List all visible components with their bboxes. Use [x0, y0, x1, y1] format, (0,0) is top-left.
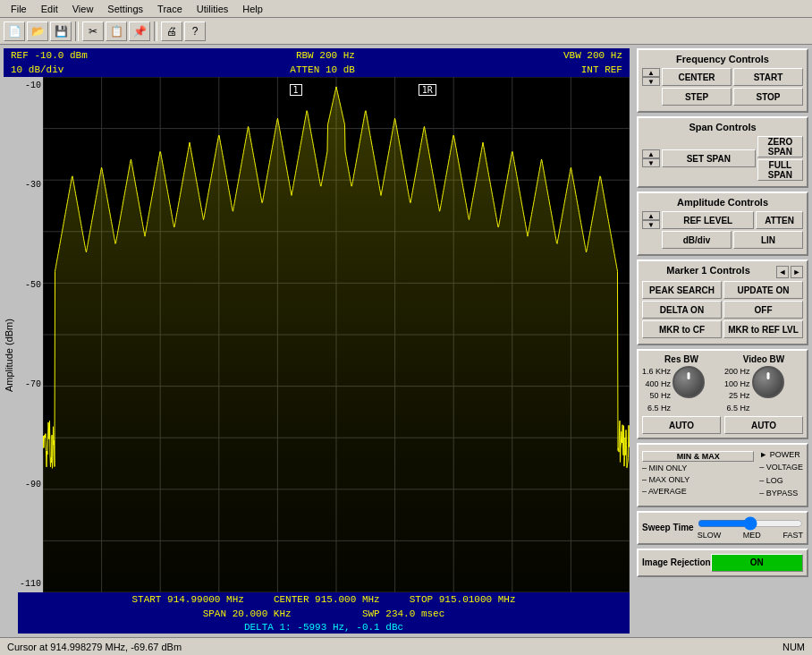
ref-level-btn[interactable]: REF LEVEL	[662, 211, 754, 229]
minmax-controls: MIN & MAX – MIN ONLY – MAX ONLY – AVERAG…	[637, 443, 808, 507]
marker-row3: MKR to CF MKR to REF LVL	[642, 320, 803, 338]
peak-search-btn[interactable]: PEAK SEARCH	[642, 281, 722, 299]
video-bw-auto-btn[interactable]: AUTO	[724, 416, 803, 434]
lin-btn[interactable]: LIN	[733, 231, 803, 249]
menu-settings[interactable]: Settings	[100, 2, 150, 16]
spectrum-display	[43, 77, 630, 592]
db-div-btn[interactable]: dB/div	[662, 231, 732, 249]
y-scale-1: -30	[20, 180, 41, 190]
menu-view[interactable]: View	[65, 2, 101, 16]
mkr-to-cf-btn[interactable]: MKR to CF	[642, 320, 722, 338]
toolbar-cut[interactable]: ✂	[82, 21, 104, 41]
start-btn[interactable]: START	[733, 68, 803, 86]
y-scale-0: -10	[20, 81, 41, 90]
amp-down-arrow[interactable]: ▼	[642, 220, 660, 229]
span-down-arrow[interactable]: ▼	[642, 158, 660, 167]
frequency-row2: STEP STOP	[642, 88, 803, 106]
span-row1: ▲ ▼ SET SPAN ZERO SPAN FULL SPAN	[642, 136, 803, 181]
res-bw-auto-btn[interactable]: AUTO	[642, 416, 721, 434]
zero-span-btn[interactable]: ZERO SPAN	[757, 136, 803, 157]
video-bw-label-0: 200 Hz	[724, 366, 750, 379]
start-freq: START 914.99000 MHz	[131, 594, 243, 605]
freq-down-arrow[interactable]: ▼	[642, 77, 660, 86]
log-label: LOG	[766, 476, 783, 485]
frequency-row1: ▲ ▼ CENTER START	[642, 68, 803, 86]
step-btn[interactable]: STEP	[662, 88, 732, 106]
toolbar-open[interactable]: 📂	[27, 21, 48, 41]
toolbar-help[interactable]: ?	[184, 21, 206, 41]
y-scale-5: -110	[20, 579, 41, 589]
res-bw-label-3: 6.5 Hz	[642, 403, 671, 415]
marker-controls: Marker 1 Controls ◄ ► PEAK SEARCH UPDATE…	[637, 259, 808, 345]
delta-info: DELTA 1: -5993 Hz, -0.1 dBc	[18, 621, 630, 634]
sweep-slider[interactable]	[698, 516, 803, 531]
sweep-controls: Sweep Time SLOW MED FAST	[637, 511, 808, 545]
max-only: – MAX ONLY	[642, 474, 754, 486]
set-span-btn[interactable]: SET SPAN	[662, 149, 756, 167]
mkr-to-ref-btn[interactable]: MKR to REF LVL	[723, 320, 803, 338]
spectrum-canvas[interactable]: 1 1R	[43, 77, 630, 592]
minmax-btn[interactable]: MIN & MAX	[642, 451, 754, 462]
res-bw-labels: 1.6 KHz 400 Hz 50 Hz 6.5 Hz	[642, 366, 671, 414]
image-rejection-on-btn[interactable]: ON	[711, 554, 803, 572]
toolbar-sep1	[75, 21, 79, 41]
menu-file[interactable]: File	[4, 2, 34, 16]
video-bw-knob[interactable]	[752, 366, 784, 398]
atten-display: ATTEN 10 dB	[290, 64, 355, 75]
toolbar: 📄 📂 💾 ✂ 📋 📌 🖨 ?	[0, 18, 812, 45]
marker-title-row: Marker 1 Controls ◄ ►	[642, 265, 803, 279]
toolbar-copy[interactable]: 📋	[106, 21, 127, 41]
spectrum-footer2: SPAN 20.000 KHz SWP 234.0 msec	[18, 607, 630, 621]
video-bw-label-1: 100 Hz	[724, 379, 750, 391]
delta-on-btn[interactable]: DELTA ON	[642, 301, 722, 319]
menu-edit[interactable]: Edit	[34, 2, 65, 16]
spectrum-header: REF -10.0 dBm RBW 200 Hz VBW 200 Hz	[4, 48, 630, 63]
update-on-btn[interactable]: UPDATE ON	[723, 281, 803, 299]
span-arrows: ▲ ▼	[642, 149, 660, 167]
center-btn[interactable]: CENTER	[662, 68, 732, 86]
ref-level-display: REF -10.0 dBm	[11, 50, 88, 61]
main-content: REF -10.0 dBm RBW 200 Hz VBW 200 Hz 10 d…	[0, 45, 812, 637]
vbw-display: VBW 200 Hz	[563, 50, 622, 61]
off-btn[interactable]: OFF	[723, 301, 803, 319]
toolbar-print[interactable]: 🖨	[161, 21, 182, 41]
full-span-btn[interactable]: FULL SPAN	[757, 159, 803, 181]
right-panel: Frequency Controls ▲ ▼ CENTER START STEP…	[633, 45, 812, 637]
span-display: SPAN 20.000 KHz	[203, 608, 292, 619]
atten-btn[interactable]: ATTEN	[756, 211, 803, 229]
freq-up-arrow[interactable]: ▲	[642, 68, 660, 77]
marker-prev-btn[interactable]: ◄	[776, 266, 789, 278]
res-bw-knob[interactable]	[672, 366, 705, 398]
stop-btn[interactable]: STOP	[733, 88, 803, 106]
amplitude-row1: ▲ ▼ REF LEVEL ATTEN	[642, 211, 803, 229]
video-bw-label-3: 6.5 Hz	[724, 403, 750, 415]
bw-section: Res BW 1.6 KHz 400 Hz 50 Hz 6.5 Hz AUTO …	[642, 354, 803, 434]
spectrum-wrapper: Amplitude (dBm) -10 -30 -50 -70 -90 -110	[4, 77, 630, 634]
int-ref-display: INT REF	[581, 64, 622, 75]
marker-1-label: 1	[290, 84, 302, 96]
toolbar-save[interactable]: 💾	[50, 21, 72, 41]
toolbar-sep2	[154, 21, 157, 41]
menu-trace[interactable]: Trace	[150, 2, 190, 16]
min-only: – MIN ONLY	[642, 463, 754, 474]
y-scale-2: -50	[20, 280, 41, 290]
image-rejection-controls: Image Rejection ON	[637, 549, 808, 577]
frequency-title: Frequency Controls	[642, 54, 803, 64]
toolbar-paste[interactable]: 📌	[129, 21, 150, 41]
y-scale-4: -90	[20, 480, 41, 489]
video-bw-label-2: 25 Hz	[724, 390, 750, 403]
menu-help[interactable]: Help	[235, 2, 270, 16]
amp-up-arrow[interactable]: ▲	[642, 211, 660, 220]
video-bw-group: Video BW 200 Hz 100 Hz 25 Hz 6.5 Hz AUTO	[724, 354, 803, 434]
marker-nav: ◄ ►	[776, 266, 803, 278]
spectrum-chart-container: -10 -30 -50 -70 -90 -110 1 1R	[18, 77, 630, 634]
freq-arrows: ▲ ▼	[642, 68, 660, 86]
marker-next-btn[interactable]: ►	[791, 266, 803, 278]
span-up-arrow[interactable]: ▲	[642, 149, 660, 158]
swp-display: SWP 234.0 msec	[362, 608, 444, 619]
menu-utilities[interactable]: Utilities	[190, 2, 235, 16]
rbw-display: RBW 200 Hz	[296, 50, 355, 61]
db-div-display: 10 dB/div	[11, 64, 63, 75]
res-bw-title: Res BW	[642, 354, 721, 364]
toolbar-new[interactable]: 📄	[4, 21, 25, 41]
